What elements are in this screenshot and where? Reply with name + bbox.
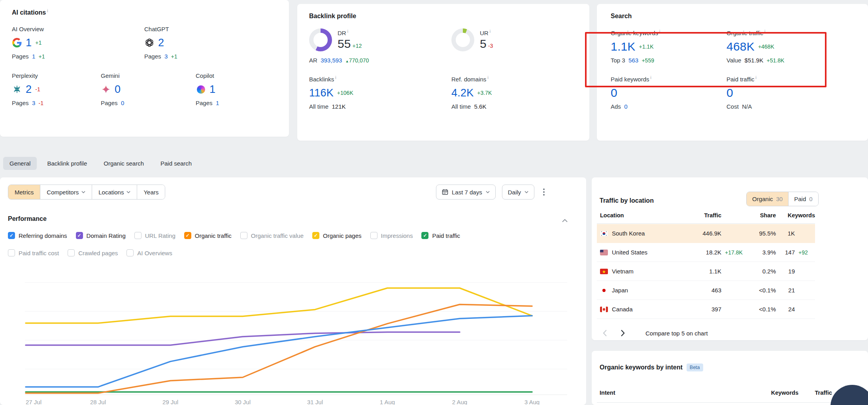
copilot-pages: Pages 1 [196, 100, 277, 106]
table-row-japan[interactable]: Japan 463 <0.1% 21 [597, 281, 815, 300]
column-traffic[interactable]: Traffic [682, 212, 721, 219]
performance-section-title: Performance [8, 215, 47, 222]
metric-checkbox-row-2: Paid traffic cost Crawled pages AI Overv… [8, 249, 172, 256]
chatgpt-metric: ChatGPT 2 Pages 3 +1 [144, 26, 277, 60]
keywords-link[interactable]: 19 [776, 268, 795, 275]
metric-checkbox-url-rating[interactable]: URL Rating [134, 232, 175, 239]
dr-value: 55 [338, 37, 351, 50]
ref-domains-label: Ref. domainsi [451, 75, 577, 83]
search-card: Search Organic keywordsi 1.1K +1.1K Top … [597, 4, 868, 141]
info-icon[interactable]: i [764, 29, 765, 34]
metric-checkbox-organic-traffic-value[interactable]: Organic traffic value [240, 232, 304, 239]
perplexity-count[interactable]: 2 [26, 83, 32, 96]
metrics-segment-button[interactable]: Metrics [8, 185, 40, 199]
paid-row: Paid keywordsi 0 Ads 0 Paid traffici 0 C… [611, 75, 854, 110]
column-intent: Intent [600, 390, 763, 396]
metric-checkbox-organic-traffic[interactable]: ✓Organic traffic [184, 232, 232, 239]
ai-overview-count[interactable]: 1 [26, 37, 32, 49]
ai-citations-row-2: Perplexity 2 -1 Pages 3 -1 Gemini 0 Page… [12, 72, 277, 106]
flag-vietnam-icon [600, 269, 608, 274]
cost-line: Cost N/A [726, 103, 854, 110]
metric-checkbox-referring-domains[interactable]: ✓Referring domains [8, 232, 67, 239]
google-icon [12, 38, 22, 48]
gemini-count[interactable]: 0 [115, 83, 121, 96]
tab-general[interactable]: General [3, 157, 37, 170]
info-icon[interactable]: i [47, 9, 48, 13]
info-icon[interactable]: i [487, 75, 488, 80]
ai-citations-row-1: AI Overview 1 +1 Pages 1 +1 ChatGPT 2 Pa… [12, 26, 277, 60]
chevron-down-icon [486, 191, 490, 193]
paid-keywords-label: Paid keywordsi [611, 75, 726, 83]
metric-checkbox-ai-overviews[interactable]: AI Overviews [126, 249, 172, 256]
metric-checkbox-impressions[interactable]: Impressions [370, 232, 413, 239]
paid-traffic-label: Paid traffici [726, 75, 854, 83]
metric-checkbox-crawled-pages[interactable]: Crawled pages [68, 249, 118, 256]
locations-segment-button[interactable]: Locations [92, 185, 137, 199]
column-keywords[interactable]: Keywords [776, 212, 815, 219]
metric-checkbox-row-1: ✓Referring domains ✓Domain Rating URL Ra… [8, 232, 460, 239]
tab-backlink-profile[interactable]: Backlink profile [41, 157, 93, 170]
column-traffic: Traffic [798, 390, 832, 396]
organic-traffic-label: Organic traffici [726, 29, 854, 36]
metric-checkbox-paid-traffic[interactable]: ✓Paid traffic [421, 232, 460, 239]
flag-canada-icon [600, 307, 608, 312]
ai-overview-delta: +1 [35, 40, 42, 46]
tab-paid-search[interactable]: Paid search [154, 157, 198, 170]
info-icon[interactable]: i [347, 29, 348, 34]
table-row-south-korea[interactable]: South Korea 446.9K 95.5% 1K [597, 224, 815, 243]
dr-donut-chart [309, 28, 332, 51]
checkbox-icon [126, 249, 134, 256]
flag-japan-icon [600, 288, 608, 293]
backlink-profile-card: Backlink profile DRi 55 +12 AR 393,593 ▲… [297, 4, 589, 141]
keywords-link[interactable]: 21 [776, 287, 795, 294]
date-range-button[interactable]: Last 7 days [436, 185, 496, 200]
column-share[interactable]: Share [747, 212, 776, 219]
organic-keywords-value[interactable]: 1.1K [611, 40, 636, 53]
paid-toggle-button[interactable]: Paid0 [788, 192, 818, 206]
column-location[interactable]: Location [597, 212, 682, 219]
rating-row: DRi 55 +12 AR 393,593 ▲770,070 URi 5 -3 [309, 28, 577, 64]
info-icon[interactable]: i [335, 75, 336, 80]
keywords-link[interactable]: 24 [776, 306, 795, 313]
ur-label: URi [480, 29, 493, 36]
checkbox-icon [370, 232, 377, 239]
collapse-section-icon[interactable] [562, 217, 568, 224]
table-row-united-states[interactable]: United States 18.2K +17.8K 3.9% 147 +92 [597, 243, 815, 262]
tab-organic-search[interactable]: Organic search [97, 157, 150, 170]
checkbox-icon: ✓ [184, 232, 191, 239]
ai-overview-metric: AI Overview 1 +1 Pages 1 +1 [12, 26, 144, 60]
info-icon[interactable]: i [659, 29, 660, 34]
table-row-canada[interactable]: Canada 397 <0.1% 24 [597, 300, 815, 319]
checkbox-icon: ✓ [8, 232, 15, 239]
organic-traffic-value[interactable]: 468K [726, 40, 755, 53]
ref-domains-value[interactable]: 4.2K [451, 87, 474, 99]
backlinks-value[interactable]: 116K [309, 87, 334, 99]
more-options-icon[interactable] [541, 186, 547, 198]
metric-checkbox-domain-rating[interactable]: ✓Domain Rating [76, 232, 126, 239]
competitors-segment-button[interactable]: Competitors [40, 185, 92, 199]
years-segment-button[interactable]: Years [137, 185, 165, 199]
chatgpt-count[interactable]: 2 [158, 37, 164, 49]
copilot-metric: Copilot 1 Pages 1 [196, 72, 277, 106]
keywords-link[interactable]: 1K [776, 230, 795, 237]
calendar-icon [442, 189, 448, 195]
table-row-vietnam[interactable]: Vietnam 1.1K 0.2% 19 [597, 262, 815, 281]
compare-top5-button[interactable]: Compare top 5 on chart [645, 330, 708, 337]
keywords-link[interactable]: 147 [776, 249, 795, 256]
paid-traffic-value[interactable]: 0 [726, 86, 733, 100]
paid-traffic-block: Paid traffici 0 Cost N/A [726, 75, 854, 110]
metric-checkbox-organic-pages[interactable]: ✓Organic pages [312, 232, 362, 239]
granularity-button[interactable]: Daily [502, 185, 534, 200]
next-page-icon[interactable] [621, 330, 625, 337]
info-icon[interactable]: i [651, 75, 651, 80]
info-icon[interactable]: i [490, 29, 491, 34]
paid-keywords-value[interactable]: 0 [611, 86, 617, 100]
info-icon[interactable]: i [756, 75, 757, 80]
metric-checkbox-paid-traffic-cost[interactable]: Paid traffic cost [8, 249, 59, 256]
overview-tabbar: General Backlink profile Organic search … [3, 157, 198, 170]
flag-united-states-icon [600, 250, 608, 255]
previous-page-icon[interactable] [603, 330, 607, 337]
copilot-count[interactable]: 1 [209, 83, 215, 96]
organic-toggle-button[interactable]: Organic30 [747, 192, 788, 206]
ar-value[interactable]: 393,593 [321, 57, 342, 64]
